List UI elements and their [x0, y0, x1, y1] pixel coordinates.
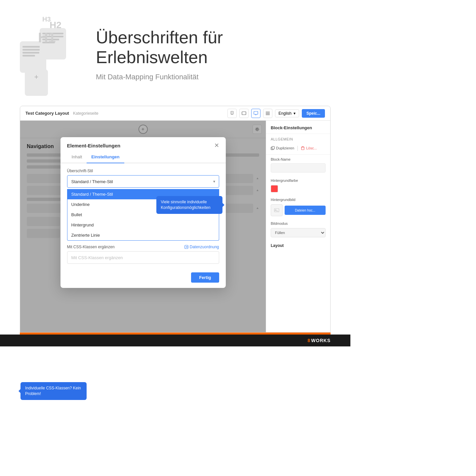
duplicate-button[interactable]: Duplizieren [271, 145, 294, 151]
css-classes-input[interactable] [67, 251, 219, 264]
right-panel: Block-Einstellungen Allgemein Dupliziere… [266, 121, 330, 332]
block-name-input[interactable] [271, 163, 326, 173]
upload-button[interactable]: Dateien hoc... [285, 206, 326, 215]
list-view-btn[interactable] [263, 109, 272, 118]
svg-rect-0 [231, 111, 233, 114]
modal-title: Element-Einstellungen [67, 143, 121, 148]
delete-button[interactable]: Lösc... [301, 145, 317, 151]
mobile-view-btn[interactable] [227, 109, 237, 118]
panel-bg-color-label: Hintergrundfarbe [266, 176, 330, 184]
svg-rect-20 [274, 209, 279, 212]
ui-area: Test Category Layout Kategorieseite Engl… [20, 106, 331, 333]
dropdown-item-4[interactable]: Zentrierte Linie [67, 230, 219, 240]
content-layout: + Navigation [20, 121, 330, 332]
panel-image-mode-select[interactable]: Füllen [271, 228, 326, 237]
select-wrapper: Standard / Theme-Stil ▾ [67, 175, 219, 188]
panel-color-row [266, 184, 330, 195]
save-button[interactable]: Speic... [302, 109, 325, 118]
svg-rect-2 [254, 111, 258, 114]
panel-action-row: Duplizieren | Lösc... [266, 143, 330, 155]
doc-icon-plus: + [25, 69, 48, 96]
tooltip-config: Viele sinnvolle individuelle Konfigurati… [156, 196, 222, 214]
lang-label: English [279, 111, 292, 116]
panel-img-row: Dateien hoc... [266, 203, 330, 219]
desktop-view-btn[interactable] [251, 109, 260, 118]
css-field-label: Mit CSS-Klassen ergänzen [67, 245, 115, 249]
h2-badge: H2 [50, 20, 61, 30]
panel-block-name-label: Block-Name [266, 155, 330, 163]
logo-area: 8WORKS [0, 335, 350, 346]
modal-dialog: Element-Einstellungen ✕ Inhalt Einstellu… [60, 137, 226, 288]
modal-close-button[interactable]: ✕ [214, 142, 219, 148]
hero-text-area: Überschriften für Erlebniswelten Mit Dat… [96, 28, 331, 81]
dropdown-item-3[interactable]: Hintergrund [67, 220, 219, 230]
topbar-title: Test Category Layout [25, 111, 69, 116]
tab-inhalt[interactable]: Inhalt [67, 152, 87, 163]
h1-badge: H1 [38, 30, 56, 46]
modal-body: Überschrift-Stil Standard / Theme-Stil ▾… [60, 163, 226, 269]
logo-text: 8WORKS [308, 338, 331, 343]
modal-tabs: Inhalt Einstellungen [60, 148, 226, 163]
h3-badge: H3 [42, 16, 51, 23]
hero-subtitle: Mit Data-Mapping Funktionalität [96, 73, 331, 81]
panel-image-mode-label: Bildmodus [266, 219, 330, 227]
image-thumbnail [271, 204, 283, 216]
topbar: Test Category Layout Kategorieseite Engl… [20, 106, 330, 121]
tablet-view-btn[interactable] [239, 109, 249, 118]
panel-title: Block-Einstellungen [266, 121, 330, 134]
svg-rect-1 [242, 112, 246, 115]
field-label: Überschrift-Stil [67, 169, 219, 173]
hero-section: + H1 H2 H3 Überschriften für Erlebniswel… [0, 0, 350, 106]
datenzuordnung-link[interactable]: Datenzuordnung [184, 245, 219, 249]
main-canvas: + Navigation [20, 121, 266, 332]
modal-footer: Fertig [60, 269, 226, 288]
modal-header: Element-Einstellungen ✕ [60, 137, 226, 148]
color-swatch[interactable] [271, 185, 278, 192]
dropdown-select[interactable]: Standard / Theme-Stil [67, 175, 219, 188]
svg-rect-17 [301, 147, 304, 150]
hero-illustration: + H1 H2 H3 [20, 15, 86, 94]
lang-arrow: ▾ [294, 111, 296, 116]
panel-bg-image-label: Hintergrundbild [266, 195, 330, 203]
language-selector[interactable]: English ▾ [275, 109, 299, 117]
modal-overlay: Element-Einstellungen ✕ Inhalt Einstellu… [20, 121, 266, 332]
svg-rect-16 [272, 146, 274, 149]
fertig-button[interactable]: Fertig [191, 272, 219, 283]
plus-icon: + [34, 73, 39, 81]
panel-layout-label: Layout [266, 240, 330, 250]
css-field-row: Mit CSS-Klassen ergänzen Datenzuordnung [67, 245, 219, 249]
topbar-icons: English ▾ Speic... [227, 109, 325, 118]
hero-title: Überschriften für Erlebniswelten [96, 28, 331, 67]
datenzuordnung-label: Datenzuordnung [190, 245, 219, 249]
topbar-breadcrumb: Kategorieseite [73, 111, 99, 116]
panel-section-allgemein: Allgemein [266, 134, 330, 143]
tab-einstellungen[interactable]: Einstellungen [87, 152, 124, 163]
logo-icon: 8 [308, 338, 311, 343]
